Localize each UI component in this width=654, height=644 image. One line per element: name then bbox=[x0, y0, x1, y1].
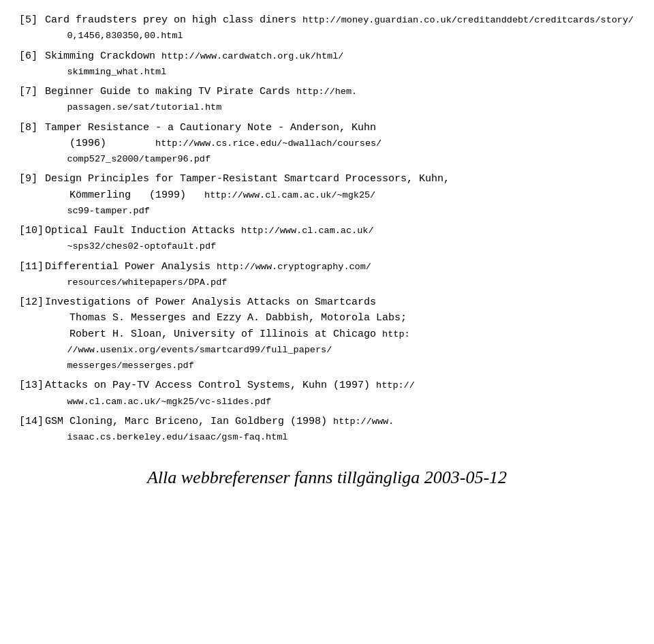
ref-number: [6] bbox=[19, 48, 45, 80]
ref-number: [12] bbox=[19, 294, 45, 373]
list-item: [12] Investigations of Power Analysis At… bbox=[19, 294, 635, 373]
ref-content: Card fraudsters prey on high class diner… bbox=[45, 12, 634, 44]
list-item: [11] Differential Power Analysis http://… bbox=[19, 259, 635, 291]
ref-url: http://www.cardwatch.org.uk/html/ skimmi… bbox=[45, 51, 343, 77]
ref-number: [13] bbox=[19, 378, 45, 410]
list-item: [14] GSM Cloning, Marc Briceno, Ian Gold… bbox=[19, 414, 635, 446]
ref-content: Design Principles for Tamper-Resistant S… bbox=[45, 171, 450, 219]
ref-content: Tamper Resistance - a Cautionary Note - … bbox=[45, 120, 382, 168]
ref-url: http://www.cl.cam.ac.uk/ ~sps32/ches02-o… bbox=[45, 226, 373, 251]
footer-note: Alla webbreferenser fanns tillgängliga 2… bbox=[19, 464, 635, 491]
ref-url: http://www.cs.rice.edu/~dwallach/courses… bbox=[45, 138, 382, 164]
ref-number: [8] bbox=[19, 120, 45, 168]
ref-content: Skimming Crackdown http://www.cardwatch.… bbox=[45, 48, 343, 80]
ref-content: GSM Cloning, Marc Briceno, Ian Goldberg … bbox=[45, 414, 394, 446]
list-item: [5] Card fraudsters prey on high class d… bbox=[19, 12, 635, 44]
ref-content: Beginner Guide to making TV Pirate Cards… bbox=[45, 84, 357, 116]
list-item: [6] Skimming Crackdown http://www.cardwa… bbox=[19, 48, 635, 80]
list-item: [7] Beginner Guide to making TV Pirate C… bbox=[19, 84, 635, 116]
list-item: [10] Optical Fault Induction Attacks htt… bbox=[19, 223, 635, 255]
ref-url: http:// www.cl.cam.ac.uk/~mgk25/vc-slide… bbox=[45, 380, 415, 406]
ref-number: [11] bbox=[19, 259, 45, 291]
ref-url: http://www.cryptography.com/ resources/w… bbox=[45, 262, 371, 288]
ref-url: http://www. isaac.cs.berkeley.edu/isaac/… bbox=[45, 416, 394, 442]
ref-number: [10] bbox=[19, 223, 45, 255]
ref-content: Differential Power Analysis http://www.c… bbox=[45, 259, 371, 291]
references-list: [5] Card fraudsters prey on high class d… bbox=[19, 12, 635, 445]
list-item: [13] Attacks on Pay-TV Access Control Sy… bbox=[19, 378, 635, 410]
ref-content: Investigations of Power Analysis Attacks… bbox=[45, 294, 410, 373]
ref-number: [9] bbox=[19, 171, 45, 219]
ref-url: http://money.guardian.co.uk/creditanddeb… bbox=[45, 15, 634, 41]
ref-number: [7] bbox=[19, 84, 45, 116]
ref-url: http: //www.usenix.org/events/smartcard9… bbox=[45, 329, 410, 371]
ref-number: [14] bbox=[19, 414, 45, 446]
ref-number: [5] bbox=[19, 12, 45, 44]
list-item: [8] Tamper Resistance - a Cautionary Not… bbox=[19, 120, 635, 168]
list-item: [9] Design Principles for Tamper-Resista… bbox=[19, 171, 635, 219]
ref-content: Attacks on Pay-TV Access Control Systems… bbox=[45, 378, 415, 410]
ref-url: http://hem. passagen.se/sat/tutorial.htm bbox=[45, 87, 357, 112]
ref-content: Optical Fault Induction Attacks http://w… bbox=[45, 223, 373, 255]
ref-url: http://www.cl.cam.ac.uk/~mgk25/ sc99-tam… bbox=[45, 190, 375, 216]
